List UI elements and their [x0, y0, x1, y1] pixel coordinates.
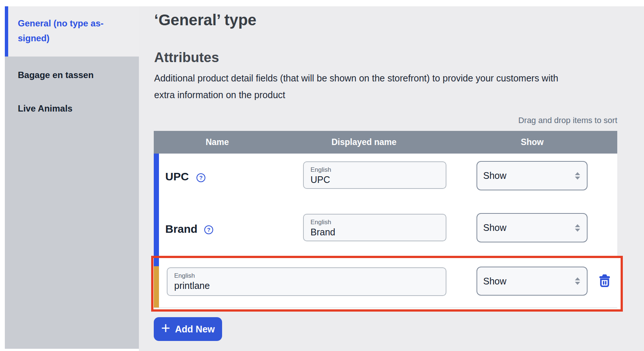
attributes-description: Additional product detail fields (that w…	[154, 70, 576, 103]
row-drag-marker-blue	[154, 154, 159, 256]
field-language-label: English	[310, 219, 446, 226]
attribute-name-label: Brand	[165, 223, 198, 235]
displayed-name-field[interactable]: English	[303, 161, 446, 189]
highlighted-new-attribute-row[interactable]: English Show	[151, 256, 623, 312]
attributes-table-body: UPC ? English Show Brand ? English Sho	[154, 154, 617, 256]
sidebar-item-bagage-en-tassen[interactable]: Bagage en tassen	[5, 68, 139, 83]
plus-icon: +	[161, 321, 170, 336]
column-header-name: Name	[154, 131, 281, 154]
sidebar-item-general[interactable]: General (no type as- signed)	[5, 6, 139, 57]
field-language-label: English	[174, 272, 446, 279]
row-drag-marker-blue	[154, 258, 159, 266]
up-down-arrows-icon	[575, 172, 580, 180]
sidebar-bottom-edge	[5, 349, 139, 351]
displayed-name-field[interactable]: English	[167, 267, 446, 296]
sidebar-item-list: Bagage en tassen Live Animals	[5, 57, 139, 349]
show-select-value: Show	[483, 222, 507, 233]
sidebar-item-general-label: General (no type as- signed)	[8, 6, 139, 46]
field-language-label: English	[310, 166, 446, 173]
type-sidebar: General (no type as- signed) Bagage en t…	[5, 6, 139, 349]
column-header-displayed-name: Displayed name	[281, 131, 447, 154]
show-select[interactable]: Show	[477, 267, 588, 296]
add-new-button[interactable]: + Add New	[154, 317, 222, 341]
trash-can-icon	[598, 274, 611, 287]
product-types-screen: General (no type as- signed) Bagage en t…	[0, 0, 644, 351]
delete-attribute-button[interactable]	[596, 270, 613, 291]
attributes-table-header: Name Displayed name Show	[154, 131, 617, 154]
show-select[interactable]: Show	[477, 161, 588, 190]
drag-drop-hint: Drag and drop items to sort	[154, 116, 617, 125]
up-down-arrows-icon	[575, 224, 580, 232]
row-drag-marker-amber	[154, 266, 159, 307]
sidebar-item-live-animals[interactable]: Live Animals	[5, 101, 139, 116]
page-title: ‘General’ type	[154, 11, 256, 29]
help-icon[interactable]: ?	[196, 173, 205, 182]
up-down-arrows-icon	[575, 277, 580, 285]
attributes-section-title: Attributes	[154, 50, 219, 65]
row-bottom-divider	[153, 307, 617, 308]
show-select-value: Show	[483, 276, 507, 287]
displayed-name-input[interactable]	[310, 174, 435, 185]
help-icon[interactable]: ?	[204, 225, 213, 234]
column-header-show: Show	[447, 131, 617, 154]
show-select-value: Show	[483, 170, 507, 181]
show-select[interactable]: Show	[477, 213, 588, 242]
displayed-name-input[interactable]	[310, 227, 435, 238]
attribute-name-label: UPC	[165, 170, 189, 183]
displayed-name-field[interactable]: English	[303, 214, 446, 241]
displayed-name-input[interactable]	[174, 280, 424, 291]
add-new-button-label: Add New	[175, 324, 215, 335]
